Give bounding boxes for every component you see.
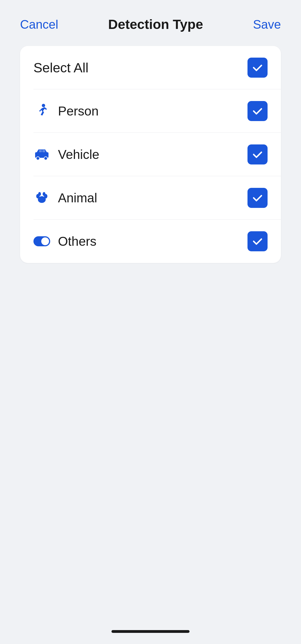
list-item-animal[interactable]: Animal (20, 176, 281, 220)
checkmark-icon (251, 235, 264, 247)
animal-label: Animal (58, 190, 97, 205)
list-item-left-vehicle: Vehicle (33, 146, 99, 163)
others-label: Others (58, 234, 96, 249)
detection-type-card: Select All Person (20, 46, 281, 263)
checkbox-select-all[interactable] (247, 58, 268, 78)
paw-icon (33, 190, 50, 206)
svg-point-3 (44, 157, 47, 160)
list-item-others[interactable]: Others (20, 220, 281, 263)
vehicle-label: Vehicle (58, 147, 99, 162)
list-item-vehicle[interactable]: Vehicle (20, 133, 281, 176)
select-all-label: Select All (33, 60, 88, 75)
checkmark-icon (251, 105, 264, 117)
header: Cancel Detection Type Save (0, 0, 301, 43)
page-title: Detection Type (108, 17, 203, 32)
home-indicator (111, 630, 190, 633)
list-item-left-person: Person (33, 103, 99, 119)
cancel-button[interactable]: Cancel (20, 18, 58, 31)
checkbox-person[interactable] (247, 101, 268, 121)
checkmark-icon (251, 62, 264, 74)
checkmark-icon (251, 148, 264, 161)
person-label: Person (58, 104, 99, 119)
list-item-left-others: Others (33, 233, 96, 250)
toggle-icon (33, 233, 50, 250)
checkmark-icon (251, 192, 264, 204)
person-running-icon (33, 103, 50, 119)
list-item-person[interactable]: Person (20, 89, 281, 133)
list-item-select-all[interactable]: Select All (20, 46, 281, 89)
svg-rect-5 (42, 150, 45, 152)
svg-point-2 (36, 157, 40, 160)
checkbox-vehicle[interactable] (247, 144, 268, 164)
svg-point-9 (38, 192, 41, 196)
checkbox-others[interactable] (247, 231, 268, 251)
car-icon (33, 146, 50, 163)
save-button[interactable]: Save (253, 18, 281, 31)
svg-point-0 (42, 104, 45, 107)
list-item-left-select-all: Select All (33, 60, 88, 75)
list-item-left-animal: Animal (33, 190, 97, 206)
svg-rect-4 (39, 150, 42, 152)
svg-point-10 (43, 192, 45, 196)
checkbox-animal[interactable] (247, 188, 268, 208)
